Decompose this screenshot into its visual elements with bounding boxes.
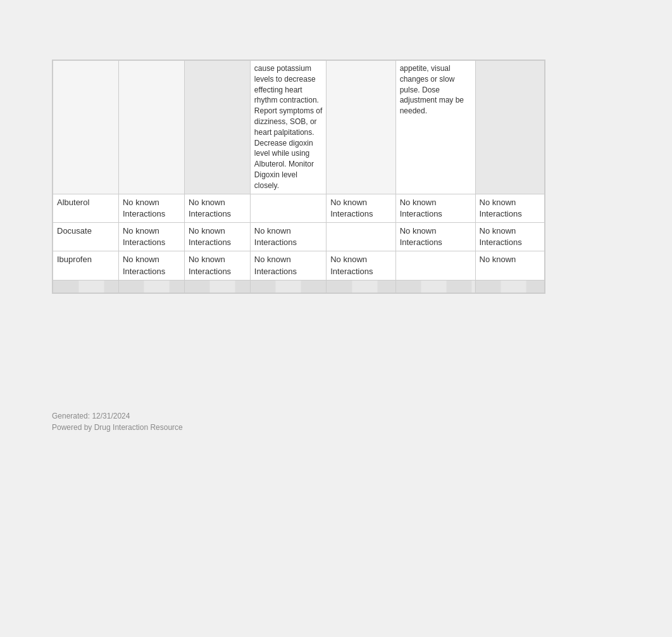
cell-drug-albuterol: Albuterol	[53, 194, 119, 222]
footer-generated-label: Generated: 12/31/2024	[52, 412, 545, 420]
cell-albuterol-col2: No known Interactions	[118, 194, 184, 222]
cell-appetite-text: appetite, visual changes or slow pulse. …	[395, 61, 475, 194]
table-row-docusate: Docusate No known Interactions No known …	[53, 222, 545, 251]
cell-docusate-col5	[327, 222, 395, 251]
cell-albuterol-col6: No known Interactions	[395, 194, 475, 222]
cell-albuterol-col4	[250, 194, 326, 222]
drug-interaction-table-wrapper: cause potassium levels to decrease effec…	[52, 60, 545, 294]
cell-albuterol-col7: No known Interactions	[475, 194, 545, 222]
cell-drug-ibuprofen: Ibuprofen	[53, 251, 119, 280]
cell-ibuprofen-col4: No known Interactions	[250, 251, 326, 280]
footer-section: Generated: 12/31/2024 Powered by Drug In…	[52, 412, 545, 432]
cell-ibuprofen-col6	[395, 251, 475, 280]
cell-docusate-col7: No known Interactions	[475, 222, 545, 251]
cell-ibuprofen-col7: No known	[475, 251, 545, 280]
cell-docusate-col6: No known Interactions	[395, 222, 475, 251]
cell-ibuprofen-col3: No known Interactions	[184, 251, 250, 280]
cell-albuterol-col3: No known Interactions	[184, 194, 250, 222]
page-container: cause potassium levels to decrease effec…	[0, 0, 672, 637]
cell-docusate-col2: No known Interactions	[118, 222, 184, 251]
cell-potassium-text: cause potassium levels to decrease effec…	[250, 61, 326, 194]
cell-docusate-col3: No known Interactions	[184, 222, 250, 251]
table-row-long-text: cause potassium levels to decrease effec…	[53, 61, 545, 194]
table-row-albuterol: Albuterol No known Interactions No known…	[53, 194, 545, 222]
cell-ibuprofen-col2: No known Interactions	[118, 251, 184, 280]
cell-drug-docusate: Docusate	[53, 222, 119, 251]
cell-ibuprofen-col5: No known Interactions	[327, 251, 395, 280]
footer-powered-by: Powered by Drug Interaction Resource	[52, 423, 545, 432]
table-row-ibuprofen: Ibuprofen No known Interactions No known…	[53, 251, 545, 280]
cell-docusate-col4: No known Interactions	[250, 222, 326, 251]
cell-albuterol-col5: No known Interactions	[327, 194, 395, 222]
drug-interaction-table: cause potassium levels to decrease effec…	[53, 60, 545, 293]
table-row-blurred	[53, 280, 545, 293]
